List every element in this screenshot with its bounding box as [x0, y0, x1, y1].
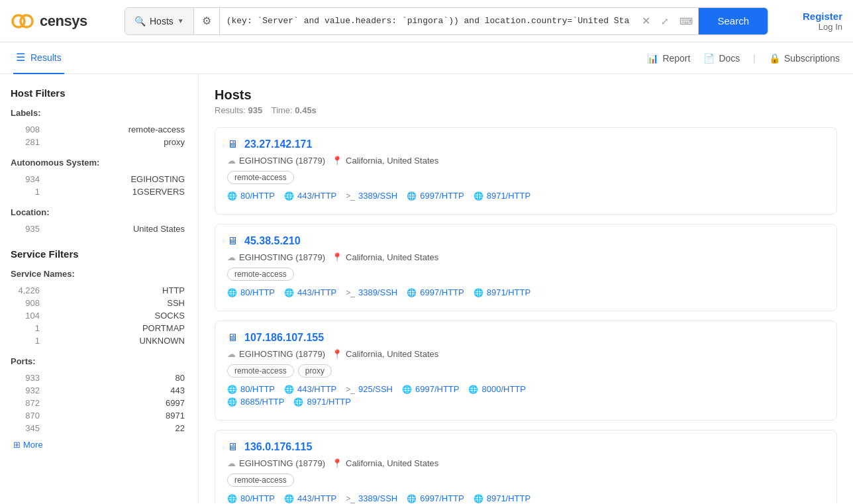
service-item[interactable]: 🌐 443/HTTP: [284, 287, 336, 297]
list-icon: ☰: [16, 51, 25, 64]
cloud-icon: ☁: [227, 349, 236, 359]
expand-button[interactable]: ⤢: [656, 8, 674, 34]
host-ip[interactable]: 136.0.176.115: [244, 441, 312, 453]
service-item[interactable]: 🌐 8971/HTTP: [474, 493, 530, 503]
host-ip[interactable]: 107.186.107.155: [244, 332, 324, 344]
host-location: 📍 California, United States: [332, 156, 438, 166]
service-name-filter-row[interactable]: 4,226HTTP: [11, 284, 187, 297]
service-link[interactable]: 6997/HTTP: [420, 191, 464, 201]
label-filter-row[interactable]: 908remote-access: [11, 123, 187, 136]
globe-icon: 🌐: [407, 191, 417, 201]
service-item[interactable]: 🌐 6997/HTTP: [407, 191, 464, 201]
search-button[interactable]: Search: [699, 8, 768, 34]
results-label: Results: 935: [215, 105, 262, 115]
service-item[interactable]: >_ 925/SSH: [346, 384, 393, 394]
service-item[interactable]: 🌐 6997/HTTP: [402, 384, 459, 394]
service-item[interactable]: 🌐 8685/HTTP: [227, 397, 284, 407]
service-item[interactable]: 🌐 8971/HTTP: [474, 191, 530, 201]
service-item[interactable]: 🌐 6997/HTTP: [407, 493, 464, 503]
host-services: 🌐 80/HTTP🌐 443/HTTP>_ 3389/SSH🌐 6997/HTT…: [227, 493, 825, 503]
docs-link[interactable]: 📄 Docs: [703, 53, 740, 64]
login-link[interactable]: Log In: [819, 22, 842, 32]
pin-icon: 📍: [332, 349, 342, 359]
service-link[interactable]: 443/HTTP: [297, 287, 336, 297]
service-item[interactable]: 🌐 80/HTTP: [227, 493, 275, 503]
register-link[interactable]: Register: [803, 11, 842, 22]
service-item[interactable]: 🌐 6997/HTTP: [407, 287, 464, 297]
label-filter-row[interactable]: 281proxy: [11, 136, 187, 148]
service-link[interactable]: 925/SSH: [358, 384, 393, 394]
service-link[interactable]: 443/HTTP: [297, 384, 336, 394]
service-link[interactable]: 8971/HTTP: [307, 397, 350, 407]
service-link[interactable]: 8971/HTTP: [487, 493, 530, 503]
more-link[interactable]: ⊞ More: [11, 438, 187, 451]
service-link[interactable]: 8971/HTTP: [487, 287, 530, 297]
service-link[interactable]: 6997/HTTP: [420, 493, 464, 503]
time-label: Time: 0.45s: [272, 105, 317, 115]
service-link[interactable]: 8000/HTTP: [481, 384, 525, 394]
service-link[interactable]: 80/HTTP: [240, 493, 275, 503]
service-name-filter-row[interactable]: 1UNKNOWN: [11, 334, 187, 347]
service-item[interactable]: 🌐 8000/HTTP: [468, 384, 525, 394]
autonomous-system-list: 934EGIHOSTING11GSERVERS: [11, 173, 187, 198]
filter-count: 1: [13, 323, 40, 333]
filter-label: 22: [176, 423, 185, 433]
monitor-icon: 🖥: [227, 138, 238, 150]
host-provider: ☁ EGIHOSTING (18779): [227, 252, 325, 262]
as-filter-row[interactable]: 934EGIHOSTING: [11, 173, 187, 185]
service-item[interactable]: 🌐 80/HTTP: [227, 287, 275, 297]
service-item[interactable]: 🌐 443/HTTP: [284, 384, 336, 394]
provider-text: EGIHOSTING (18779): [239, 252, 325, 262]
report-link[interactable]: 📊 Report: [647, 53, 690, 64]
service-row: 🌐 8685/HTTP🌐 8971/HTTP: [227, 397, 825, 407]
terminal-button[interactable]: ⌨: [674, 8, 699, 34]
service-name-filter-row[interactable]: 908SSH: [11, 297, 187, 309]
service-item[interactable]: >_ 3389/SSH: [346, 191, 397, 201]
search-type-button[interactable]: 🔍 Hosts ▼: [125, 8, 194, 34]
service-name-filter-row[interactable]: 1PORTMAP: [11, 322, 187, 334]
service-item[interactable]: 🌐 80/HTTP: [227, 384, 275, 394]
globe-icon: 🌐: [227, 385, 237, 394]
service-link[interactable]: 8971/HTTP: [487, 191, 530, 201]
host-card: 🖥 45.38.5.210 ☁ EGIHOSTING (18779) 📍 Cal…: [215, 224, 837, 311]
labels-list: 908remote-access281proxy: [11, 123, 187, 148]
results-tab[interactable]: ☰ Results: [13, 42, 64, 74]
host-card-header: 🖥 107.186.107.155: [227, 332, 825, 344]
service-name-filter-row[interactable]: 104SOCKS: [11, 309, 187, 322]
host-card: 🖥 107.186.107.155 ☁ EGIHOSTING (18779) 📍…: [215, 321, 837, 421]
service-link[interactable]: 3389/SSH: [358, 493, 397, 503]
location-filter-row[interactable]: 935United States: [11, 223, 187, 235]
clear-button[interactable]: ✕: [636, 8, 656, 34]
service-link[interactable]: 80/HTTP: [240, 287, 275, 297]
service-item[interactable]: 🌐 80/HTTP: [227, 191, 275, 201]
search-input[interactable]: [220, 8, 637, 34]
service-link[interactable]: 8685/HTTP: [240, 397, 284, 407]
service-link[interactable]: 3389/SSH: [358, 191, 397, 201]
service-link[interactable]: 6997/HTTP: [420, 287, 464, 297]
service-item[interactable]: >_ 3389/SSH: [346, 287, 397, 297]
service-item[interactable]: 🌐 443/HTTP: [284, 191, 336, 201]
as-filter-row[interactable]: 11GSERVERS: [11, 185, 187, 198]
logo-text: censys: [40, 13, 87, 30]
service-item[interactable]: 🌐 8971/HTTP: [293, 397, 350, 407]
port-filter-row[interactable]: 34522: [11, 422, 187, 434]
port-filter-row[interactable]: 8726997: [11, 397, 187, 409]
service-link[interactable]: 443/HTTP: [297, 191, 336, 201]
port-filter-row[interactable]: 93380: [11, 372, 187, 384]
service-item[interactable]: >_ 3389/SSH: [346, 493, 397, 503]
host-ip[interactable]: 45.38.5.210: [244, 235, 301, 247]
subscriptions-link[interactable]: 🔒 Subscriptions: [769, 53, 840, 64]
port-filter-row[interactable]: 8708971: [11, 409, 187, 422]
host-ip[interactable]: 23.27.142.171: [244, 138, 312, 150]
service-link[interactable]: 80/HTTP: [240, 191, 275, 201]
service-link[interactable]: 3389/SSH: [358, 287, 397, 297]
gear-button[interactable]: ⚙: [194, 8, 220, 34]
globe-icon: 🌐: [407, 494, 417, 503]
service-item[interactable]: 🌐 8971/HTTP: [474, 287, 530, 297]
service-link[interactable]: 80/HTTP: [240, 384, 275, 394]
ports-title: Ports:: [11, 356, 187, 366]
service-link[interactable]: 6997/HTTP: [415, 384, 459, 394]
service-item[interactable]: 🌐 443/HTTP: [284, 493, 336, 503]
port-filter-row[interactable]: 932443: [11, 384, 187, 397]
service-link[interactable]: 443/HTTP: [297, 493, 336, 503]
